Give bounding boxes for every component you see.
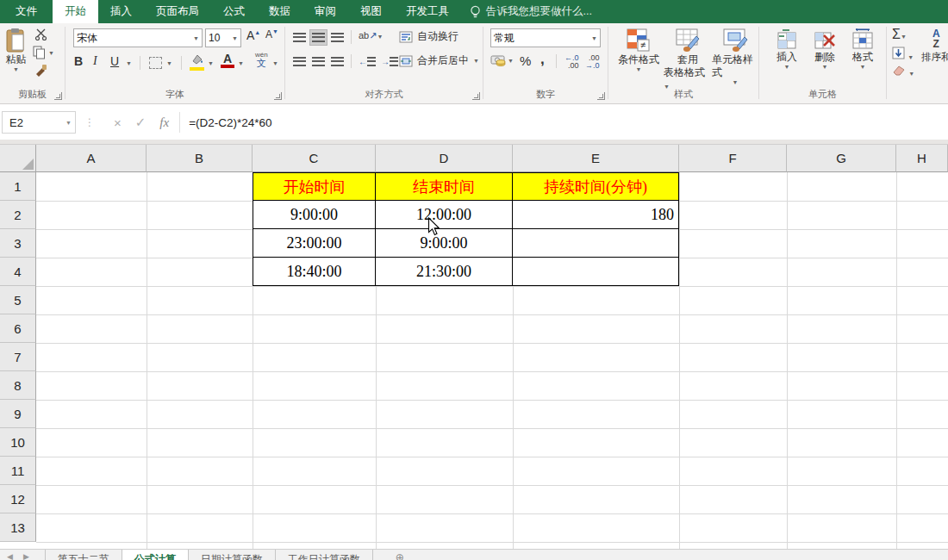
paste-button[interactable]: 粘贴 ▼ [5, 28, 27, 72]
select-all-corner[interactable] [0, 145, 36, 172]
font-name-select[interactable]: 宋体▼ [73, 28, 203, 47]
font-dialog-launcher[interactable] [274, 92, 282, 100]
cell-D4[interactable]: 21:30:00 [376, 258, 513, 286]
alignment-dialog-launcher[interactable] [472, 92, 480, 100]
cell-styles-arrow[interactable]: ▼ [733, 79, 739, 85]
fill-color-dropdown-arrow[interactable]: ▼ [208, 60, 214, 66]
column-header-B[interactable]: B [147, 145, 253, 172]
sheet-tab-4[interactable]: 工作日计算函数 [276, 550, 372, 560]
align-left-button[interactable] [291, 54, 308, 69]
cell-E3[interactable] [513, 229, 679, 258]
cell-E4[interactable] [513, 258, 679, 286]
enter-button[interactable]: ✓ [135, 115, 147, 130]
autosum-button[interactable]: Σ▼ [892, 27, 907, 42]
cell-C2[interactable]: 9:00:00 [253, 201, 376, 229]
cell-E1[interactable]: 持续时间(分钟) [513, 172, 679, 201]
cell-D1[interactable]: 结束时间 [376, 172, 513, 201]
tab-review[interactable]: 审阅 [302, 0, 348, 23]
clear-button[interactable]: ▼ [892, 65, 914, 78]
autosum-dropdown-arrow[interactable]: ▼ [901, 34, 907, 40]
cell-E2[interactable]: 180 [513, 201, 679, 229]
number-format-select[interactable]: 常规▼ [490, 28, 601, 47]
shrink-font-button[interactable]: A▼ [265, 28, 278, 40]
clear-dropdown-arrow[interactable]: ▼ [908, 71, 914, 77]
align-top-button[interactable] [291, 30, 308, 45]
column-header-C[interactable]: C [253, 145, 376, 172]
merge-center-dropdown-arrow[interactable]: ▼ [473, 58, 479, 64]
format-as-table-button[interactable]: 套用 表格格式 ▼ [664, 28, 712, 92]
name-box-dropdown-arrow[interactable]: ▼ [65, 120, 72, 126]
row-header-13[interactable]: 13 [0, 513, 36, 542]
font-color-button[interactable]: A [221, 53, 234, 68]
fill-color-button[interactable] [190, 54, 204, 71]
add-sheet-button[interactable]: ⊕ [396, 550, 404, 560]
orientation-button[interactable]: ab↗▼ [359, 30, 383, 41]
insert-function-button[interactable]: fx [159, 115, 169, 130]
format-painter-button[interactable] [34, 64, 47, 79]
italic-button[interactable]: I [93, 54, 97, 68]
delete-dropdown-arrow[interactable]: ▼ [822, 64, 828, 70]
phonetic-button[interactable]: wén 文 [255, 52, 268, 68]
borders-dropdown-arrow[interactable]: ▼ [166, 60, 172, 66]
cell-C1[interactable]: 开始时间 [253, 172, 376, 201]
cancel-button[interactable]: × [114, 115, 122, 130]
insert-dropdown-arrow[interactable]: ▼ [784, 64, 790, 70]
column-header-F[interactable]: F [679, 145, 787, 172]
tab-developer[interactable]: 开发工具 [394, 0, 461, 23]
cell-C4[interactable]: 18:40:00 [253, 258, 376, 286]
tab-file[interactable]: 文件 [0, 0, 53, 23]
row-header-10[interactable]: 10 [0, 428, 36, 457]
cell-D2[interactable]: 12:00:00 [376, 201, 513, 229]
borders-icon[interactable] [149, 57, 162, 69]
copy-dropdown-arrow[interactable]: ▼ [48, 50, 54, 56]
cell-styles-button[interactable]: 单元格样式 ▼ [712, 28, 758, 85]
wrap-text-button[interactable]: 自动换行 [399, 29, 458, 44]
delete-cells-button[interactable]: 删除 ▼ [808, 28, 842, 70]
sheet-nav-arrows[interactable]: ◀▶ [0, 550, 45, 560]
conditional-formatting-arrow[interactable]: ▼ [636, 66, 642, 72]
bold-button[interactable]: B [74, 54, 83, 68]
tab-view[interactable]: 视图 [348, 0, 394, 23]
sort-filter-button[interactable]: A Z 排序和 [921, 28, 948, 63]
align-middle-button[interactable] [310, 30, 327, 45]
row-header-7[interactable]: 7 [0, 343, 36, 371]
grow-font-button[interactable]: A▲ [246, 28, 260, 42]
cell-C3[interactable]: 23:00:00 [253, 229, 376, 258]
row-header-12[interactable]: 12 [0, 485, 36, 513]
tab-data[interactable]: 数据 [257, 0, 302, 23]
comma-style-button[interactable]: , [540, 51, 545, 68]
percent-style-button[interactable]: % [520, 53, 531, 68]
insert-cells-button[interactable]: 插入 ▼ [770, 28, 804, 70]
tab-formulas[interactable]: 公式 [211, 0, 257, 23]
tell-me-box[interactable]: 告诉我您想要做什么... [470, 0, 592, 23]
cut-button[interactable] [34, 28, 48, 43]
align-right-button[interactable] [329, 54, 346, 69]
increase-decimal-button[interactable]: ←.0 .00 [564, 54, 579, 71]
underline-button[interactable]: U [110, 54, 119, 68]
name-box[interactable]: E2 ▼ [2, 111, 76, 134]
number-dialog-launcher[interactable] [597, 92, 605, 100]
row-header-1[interactable]: 1 [0, 172, 36, 201]
format-cells-button[interactable]: 格式 ▼ [845, 28, 880, 70]
font-color-dropdown-arrow[interactable]: ▼ [238, 60, 244, 66]
cell-D3[interactable]: 9:00:00 [376, 229, 513, 258]
align-center-button[interactable] [310, 54, 327, 69]
row-header-3[interactable]: 3 [0, 229, 36, 258]
font-size-select[interactable]: 10▼ [205, 28, 241, 47]
tab-page-layout[interactable]: 页面布局 [144, 0, 211, 23]
align-bottom-button[interactable] [329, 30, 346, 45]
accounting-dropdown-arrow[interactable]: ▼ [508, 58, 514, 64]
column-header-G[interactable]: G [787, 145, 896, 172]
underline-dropdown-arrow[interactable]: ▼ [126, 60, 132, 66]
decrease-decimal-button[interactable]: .00 →.0 [585, 54, 600, 71]
sheet-tab-3[interactable]: 日期计算函数 [189, 550, 275, 560]
phonetic-dropdown-arrow[interactable]: ▼ [272, 60, 278, 66]
tab-insert[interactable]: 插入 [98, 0, 144, 23]
format-dropdown-arrow[interactable]: ▼ [860, 64, 866, 70]
fill-dropdown-arrow[interactable]: ▼ [907, 54, 914, 60]
merge-center-button[interactable]: 合并后居中 ▼ [399, 53, 479, 68]
column-header-A[interactable]: A [36, 145, 147, 172]
paste-dropdown-arrow[interactable]: ▼ [13, 66, 19, 72]
column-header-H[interactable]: H [896, 145, 948, 172]
clipboard-dialog-launcher[interactable] [54, 92, 62, 100]
